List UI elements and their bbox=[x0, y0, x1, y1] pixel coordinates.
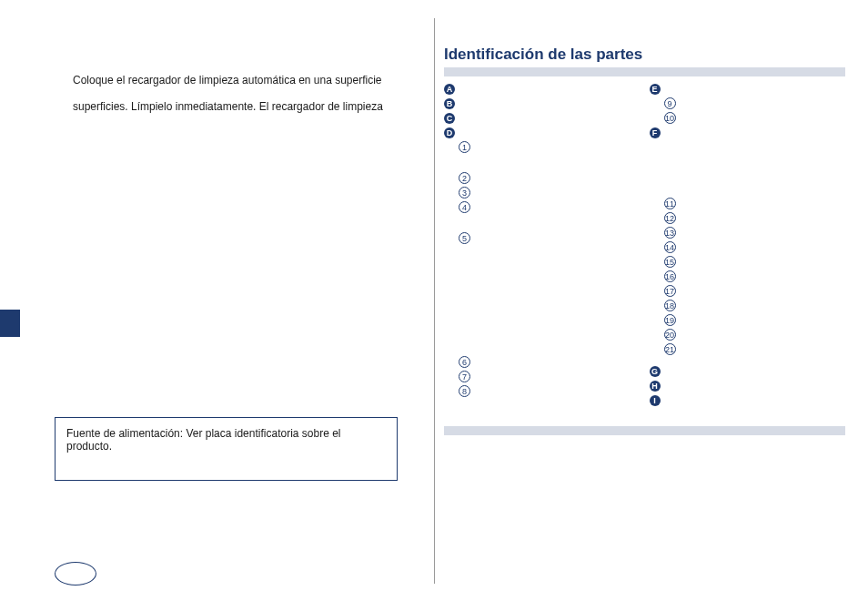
number-badge-icon: 15 bbox=[664, 256, 676, 268]
part-section-e: E bbox=[650, 82, 846, 96]
letter-badge-icon: B bbox=[444, 98, 455, 109]
part-section-h: H bbox=[650, 379, 846, 392]
right-page: Identificación de las partes ABCD 1 234 … bbox=[434, 18, 868, 584]
part-item-6: 6 bbox=[459, 355, 641, 369]
part-item-2: 2 bbox=[459, 171, 641, 185]
part-section-d: D bbox=[444, 126, 641, 139]
number-badge-icon: 3 bbox=[459, 187, 470, 199]
number-badge-icon: 7 bbox=[459, 371, 470, 382]
number-badge-icon: 19 bbox=[664, 314, 676, 326]
part-item-11: 11 bbox=[664, 197, 846, 210]
page-number-oval bbox=[55, 562, 96, 586]
number-badge-icon: 9 bbox=[664, 97, 676, 109]
part-item-10: 10 bbox=[664, 111, 846, 125]
letter-badge-icon: D bbox=[444, 127, 455, 138]
number-badge-icon: 4 bbox=[459, 201, 470, 213]
part-item-3: 3 bbox=[459, 186, 641, 199]
part-item-15: 15 bbox=[664, 255, 846, 269]
number-badge-icon: 2 bbox=[459, 172, 470, 184]
part-item-21: 21 bbox=[664, 342, 846, 356]
part-item-17: 17 bbox=[664, 284, 846, 298]
part-item-7: 7 bbox=[459, 370, 641, 383]
part-section-a: A bbox=[444, 82, 641, 96]
part-section-g: G bbox=[650, 364, 846, 378]
number-badge-icon: 20 bbox=[664, 329, 676, 341]
number-badge-icon: 16 bbox=[664, 270, 676, 282]
part-section-b: B bbox=[444, 97, 641, 110]
part-item-19: 19 bbox=[664, 313, 846, 327]
page-index-tab bbox=[0, 310, 20, 337]
letter-badge-icon: G bbox=[650, 366, 661, 377]
letter-badge-icon: E bbox=[650, 84, 661, 95]
number-badge-icon: 13 bbox=[664, 227, 676, 239]
number-badge-icon: 17 bbox=[664, 285, 676, 297]
section-title: Identificación de las partes bbox=[444, 46, 845, 64]
part-item-13: 13 bbox=[664, 226, 846, 239]
letter-badge-icon: A bbox=[444, 84, 455, 95]
part-item-1: 1 bbox=[459, 140, 641, 154]
part-item-18: 18 bbox=[664, 299, 846, 312]
number-badge-icon: 18 bbox=[664, 300, 676, 311]
part-item-14: 14 bbox=[664, 240, 846, 254]
part-item-16: 16 bbox=[664, 270, 846, 283]
number-badge-icon: 21 bbox=[664, 343, 676, 355]
body-text-2: superficies. Límpielo inmediatamente. El… bbox=[73, 99, 416, 115]
part-section-i: I bbox=[650, 393, 846, 407]
part-item-4: 4 bbox=[459, 200, 641, 214]
body-text-1: Coloque el recargador de limpieza automá… bbox=[73, 73, 416, 88]
number-badge-icon: 1 bbox=[459, 141, 470, 153]
part-item-12: 12 bbox=[664, 211, 846, 225]
parts-column-left: ABCD 1 234 5 678 bbox=[444, 82, 641, 408]
letter-badge-icon: C bbox=[444, 113, 455, 124]
spec-text: Fuente de alimentación: Ver placa identi… bbox=[66, 427, 341, 453]
part-section-f: F bbox=[650, 126, 846, 139]
bottom-underline bbox=[444, 426, 845, 435]
number-badge-icon: 11 bbox=[664, 198, 676, 209]
number-badge-icon: 10 bbox=[664, 112, 676, 124]
part-item-8: 8 bbox=[459, 384, 641, 398]
part-section-c: C bbox=[444, 111, 641, 125]
letter-badge-icon: H bbox=[650, 381, 661, 392]
letter-badge-icon: F bbox=[650, 127, 661, 138]
left-page: Coloque el recargador de limpieza automá… bbox=[0, 0, 434, 611]
parts-column-right: E 910 F 1112131415161718192021 GHI bbox=[650, 82, 846, 408]
part-item-9: 9 bbox=[664, 97, 846, 110]
part-item-5: 5 bbox=[459, 231, 641, 245]
part-item-20: 20 bbox=[664, 328, 846, 341]
number-badge-icon: 12 bbox=[664, 212, 676, 224]
specifications-box: Fuente de alimentación: Ver placa identi… bbox=[55, 417, 398, 481]
title-underline bbox=[444, 67, 845, 76]
number-badge-icon: 5 bbox=[459, 232, 470, 244]
letter-badge-icon: I bbox=[650, 395, 661, 406]
number-badge-icon: 14 bbox=[664, 241, 676, 253]
number-badge-icon: 6 bbox=[459, 356, 470, 368]
number-badge-icon: 8 bbox=[459, 385, 470, 397]
